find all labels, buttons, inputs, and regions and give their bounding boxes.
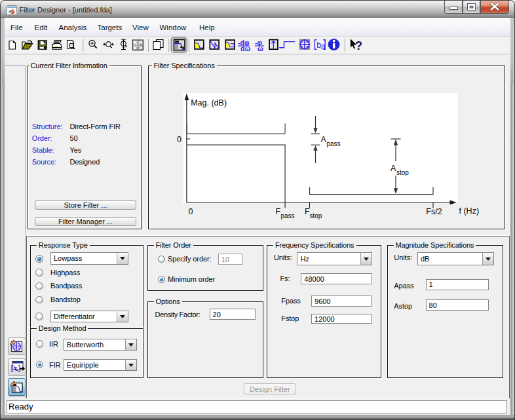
svg-text:stop: stop [396,169,409,176]
svg-text:?: ? [355,39,362,52]
svg-text:A: A [320,135,326,144]
svg-text:Fs/2: Fs/2 [426,207,442,216]
svg-text:A: A [391,164,396,173]
svg-text:a: a [321,42,326,51]
svg-text:pass: pass [326,140,340,147]
svg-text:pass: pass [280,212,294,220]
svg-text:Mag. (dB): Mag. (dB) [191,98,227,107]
svg-text:F: F [275,207,280,216]
svg-text:stop: stop [309,212,322,220]
svg-text:0: 0 [177,135,181,144]
svg-text:0: 0 [188,207,193,216]
svg-text:f (Hz): f (Hz) [459,206,479,216]
